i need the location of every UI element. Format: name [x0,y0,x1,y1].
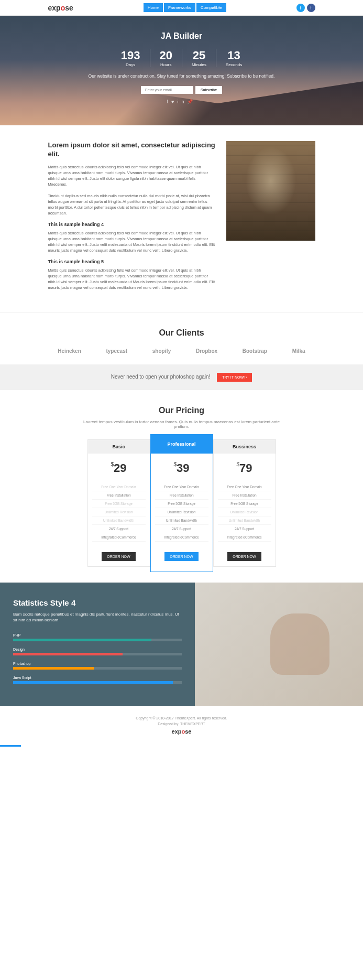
stats-image [195,583,364,706]
plan-price: $29 [88,454,150,483]
countdown-item: 20Hours [150,49,182,67]
cta-text: Never need to open your photoshop again! [111,374,211,380]
social-links: t f [296,4,315,12]
skill-fill [13,639,151,641]
nav-compatible[interactable]: Compatible [196,3,226,12]
plan-name: Basic [88,440,150,454]
skill-label: PHP [13,633,182,637]
order-button[interactable]: ORDER NOW [102,552,135,561]
plan-feature: Free 5GB Storage [218,500,271,508]
count-label: Minutes [192,62,206,67]
plan-feature: 24/7 Support [155,525,208,533]
clients-logos: HeinekentypecastshopifyDropboxBootstrapM… [48,348,315,354]
skill-fill [13,653,123,655]
nav-home[interactable]: Home [144,3,163,12]
facebook-icon[interactable]: f [307,4,315,12]
content-heading: Lorem ipsum dolor sit amet, consectetur … [48,141,216,159]
hero-text: Our website is under construction. Stay … [48,73,315,80]
client-logo: Milka [292,348,305,354]
plan-feature: Unlimited Revision [218,508,271,516]
skill-track [13,667,182,670]
count-number: 25 [192,49,206,62]
count-label: Days [121,62,140,67]
plan-feature: Integrated eCommerce [92,533,146,542]
stats-desc: Bum sociis natoque penatibus et magnis d… [13,611,182,623]
content-section: Lorem ipsum dolor sit amet, consectetur … [0,125,363,312]
pricing-subtitle: Laoreet tempus vestibulum in tortor aene… [77,419,287,429]
plan-feature: 24/7 Support [92,525,146,533]
plan-feature: Free 5GB Storage [92,500,146,508]
pricing-row: Basic $29 Free One Year DomainFree Insta… [48,439,315,567]
skill-track [13,639,182,641]
client-logo: shopify [152,348,171,354]
plan-feature: 24/7 Support [218,525,271,533]
footer: Copyright © 2010-2017 ThemeXpert. All ri… [0,706,363,745]
plan-feature: Free Installation [92,491,146,500]
pricing-card: Bussiness $79 Free One Year DomainFree I… [213,439,276,567]
skill-track [13,681,182,684]
hero-title: JA Builder [48,31,315,41]
client-logo: Heineken [58,348,81,354]
pinterest-icon[interactable]: 📌 [187,99,196,104]
copyright: Copyright © 2010-2017 ThemeXpert. All ri… [0,716,363,720]
pricing-card: Basic $29 Free One Year DomainFree Insta… [87,439,150,567]
plan-feature: Free Installation [155,491,208,500]
subscribe-button[interactable]: Subscribe [195,86,222,94]
linkedin-icon[interactable]: in [177,99,187,104]
skill-bar: Photoshop [13,662,182,670]
plan-feature: Unlimited Bandwidth [155,516,208,525]
content-heading-4: This is sample heading 4 [48,222,216,227]
skill-bar: Design [13,648,182,655]
plan-feature: Unlimited Revision [92,508,146,516]
footer-accent-bar [0,745,21,747]
nav-frameworks[interactable]: Frameworks [164,3,195,12]
countdown: 193Days20Hours25Minutes13Seconds [48,49,315,67]
plan-feature: Unlimited Bandwidth [92,516,146,525]
skill-track [13,653,182,655]
content-para: Tincidunt dapibus sed mauris nibh nulla … [48,193,216,217]
twitter-icon[interactable]: t [296,4,305,12]
hero-social-icons: f♥in📌 [48,99,315,104]
clients-title: Our Clients [48,328,315,338]
countdown-item: 13Seconds [216,49,251,67]
facebook-icon[interactable]: f [167,99,172,104]
plan-price: $79 [214,454,276,483]
content-para: Mattis quis senectus lobortis adipiscing… [48,164,216,188]
designed-by: Designed by: THEMEXPERT [0,722,363,726]
count-number: 20 [160,49,172,62]
plan-feature: Integrated eCommerce [218,533,271,542]
email-input[interactable] [141,86,193,94]
main-nav: Home Frameworks Compatible [144,3,226,12]
cta-button[interactable]: TRY IT NOW! › [217,373,252,382]
plan-name: Bussiness [214,440,276,454]
client-logo: Dropbox [196,348,217,354]
skill-bar: Java Script [13,676,182,684]
order-button[interactable]: ORDER NOW [164,552,198,561]
plan-feature: Unlimited Bandwidth [218,516,271,525]
twitter-icon[interactable]: ♥ [171,99,177,104]
skill-label: Design [13,648,182,651]
plan-feature: Free One Year Domain [218,483,271,491]
footer-logo[interactable]: expose [0,728,363,735]
order-button[interactable]: ORDER NOW [227,552,261,561]
skill-fill [13,681,173,684]
plan-feature: Unlimited Revision [155,508,208,516]
plan-feature: Free 5GB Storage [155,500,208,508]
skill-fill [13,667,94,670]
content-para: Mattis quis senectus lobortis adipiscing… [48,267,216,291]
subscribe-form: Subscribe [48,86,315,94]
clients-section: Our Clients HeinekentypecastshopifyDropb… [0,312,363,364]
pricing-title: Our Pricing [48,406,315,415]
count-number: 193 [121,49,140,62]
content-image [226,141,315,241]
logo[interactable]: expose [48,4,73,12]
countdown-item: 25Minutes [182,49,216,67]
plan-feature: Free Installation [218,491,271,500]
plan-feature: Free One Year Domain [155,483,208,491]
stats-left: Statistics Style 4 Bum sociis natoque pe… [0,583,195,706]
plan-feature: Integrated eCommerce [155,533,208,542]
plan-price: $39 [151,454,213,483]
content-heading-5: This is sample heading 5 [48,259,216,264]
hero-section: JA Builder 193Days20Hours25Minutes13Seco… [0,16,363,125]
client-logo: Bootstrap [243,348,267,354]
